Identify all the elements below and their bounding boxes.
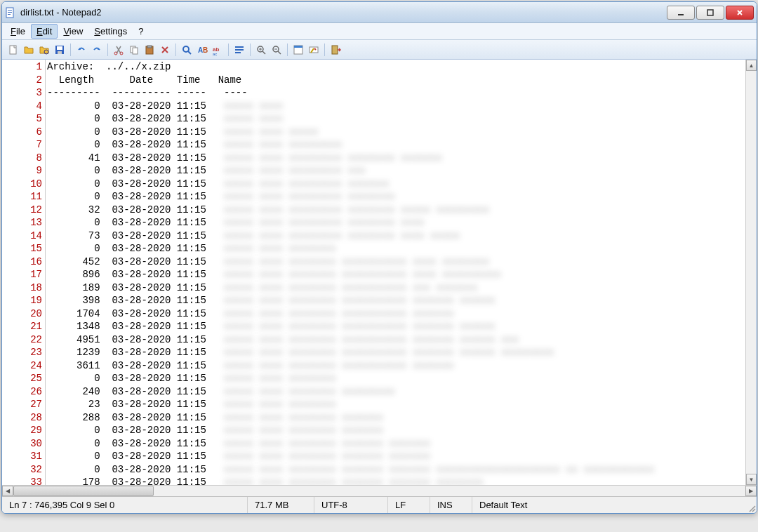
text-line[interactable]: 23 03-28-2020 11:15 xxxxx xxxx xxxxxxxx (47, 398, 745, 411)
line-number: 4 (2, 100, 42, 113)
findword-icon[interactable]: abac (211, 43, 225, 57)
filename-blurred: xxxxx xxxx xxxxxxxx xxxxxxx xxxxxxx (224, 437, 430, 451)
menu-view[interactable]: View (58, 24, 88, 39)
text-line[interactable]: 0 03-28-2020 11:15 xxxxx xxxx xxxxxxxx x… (47, 437, 745, 451)
schema-icon[interactable] (291, 43, 305, 57)
close-button[interactable] (726, 6, 754, 20)
menu-edit[interactable]: Edit (31, 24, 58, 39)
toolbar: AB abac (2, 40, 757, 60)
text-line[interactable]: 4951 03-28-2020 11:15 xxxxx xxxx xxxxxxx… (47, 333, 745, 347)
text-line[interactable]: 0 03-28-2020 11:15 xxxxx xxxx xxxxx (47, 126, 745, 139)
text-line[interactable]: Archive: ../../x.zip (47, 60, 745, 74)
minimize-button[interactable] (667, 6, 695, 20)
resize-grip-icon[interactable] (745, 502, 757, 513)
scroll-up-button[interactable]: ▲ (746, 60, 757, 71)
app-icon (5, 7, 16, 18)
line-number: 27 (2, 398, 42, 411)
text-line[interactable]: 0 03-28-2020 11:15 xxxxx xxxx xxxxxxxxx … (47, 190, 745, 204)
text-line[interactable]: 0 03-28-2020 11:15 xxxxx xxxx (47, 112, 745, 126)
line-number: 17 (2, 268, 42, 281)
new-file-icon[interactable] (6, 43, 20, 57)
menu-help[interactable]: ? (133, 24, 149, 39)
customize-icon[interactable] (307, 43, 321, 57)
filename-blurred: xxxxx xxxx xxxxxxxxx xxxxxxxx xxxx xxxxx (224, 230, 460, 243)
undo-icon[interactable] (74, 43, 88, 57)
text-line[interactable]: --------- ---------- ----- ---- (47, 86, 745, 100)
vertical-scrollbar[interactable]: ▲ ▼ (745, 60, 757, 485)
filename-blurred: xxxxx xxxx xxxxxxxx xxxxxxxxx (224, 385, 395, 399)
menu-settings[interactable]: Settings (88, 24, 133, 39)
text-line[interactable]: 0 03-28-2020 11:15 xxxxx xxxx xxxxxxxx (47, 242, 745, 255)
filename-blurred: xxxxx xxxx xxxxxxxx xxxxxxxxxxx xxxxxxx (224, 359, 454, 373)
text-line[interactable]: 1239 03-28-2020 11:15 xxxxx xxxx xxxxxxx… (47, 346, 745, 359)
cut-icon[interactable] (112, 43, 126, 57)
editor-area[interactable]: 1234567891011121314151617181920212223242… (2, 60, 757, 485)
text-content[interactable]: Archive: ../../x.zip Length Date Time Na… (46, 60, 745, 485)
svg-rect-22 (235, 46, 244, 48)
status-encoding[interactable]: UTF-8 (314, 497, 388, 513)
text-line[interactable]: 1348 03-28-2020 11:15 xxxxx xxxx xxxxxxx… (47, 320, 745, 333)
exit-icon[interactable] (328, 43, 343, 57)
browse-icon[interactable] (37, 43, 51, 57)
text-line[interactable]: 452 03-28-2020 11:15 xxxxx xxxx xxxxxxxx… (47, 255, 745, 269)
titlebar[interactable]: dirlist.txt - Notepad2 (2, 2, 757, 23)
text-line[interactable]: 0 03-28-2020 11:15 xxxxx xxxx (47, 100, 745, 113)
horizontal-scrollbar[interactable]: ◀ ▶ (2, 485, 757, 496)
delete-icon[interactable] (158, 43, 172, 57)
text-line[interactable]: 240 03-28-2020 11:15 xxxxx xxxx xxxxxxxx… (47, 385, 745, 399)
line-number: 26 (2, 385, 42, 399)
text-line[interactable]: 189 03-28-2020 11:15 xxxxx xxxx xxxxxxxx… (47, 281, 745, 295)
paste-icon[interactable] (142, 43, 157, 57)
text-line[interactable]: 0 03-28-2020 11:15 xxxxx xxxx xxxxxxxx (47, 372, 745, 385)
line-number: 13 (2, 216, 42, 230)
status-line-ending[interactable]: LF (388, 497, 430, 513)
text-line[interactable]: 3611 03-28-2020 11:15 xxxxx xxxx xxxxxxx… (47, 359, 745, 373)
text-line[interactable]: 0 03-28-2020 11:15 xxxxx xxxx xxxxxxxxx … (47, 178, 745, 191)
line-number: 9 (2, 164, 42, 178)
text-line[interactable]: Length Date Time Name (47, 74, 745, 87)
line-number: 31 (2, 450, 42, 463)
filename-blurred: xxxxx xxxx xxxxxxxx xxxxxxxxxxx xxxxxxx (224, 307, 454, 321)
text-line[interactable]: 32 03-28-2020 11:15 xxxxx xxxx xxxxxxxxx… (47, 204, 745, 217)
text-line[interactable]: 73 03-28-2020 11:15 xxxxx xxxx xxxxxxxxx… (47, 230, 745, 243)
wrap-icon[interactable] (232, 43, 246, 57)
zoom-in-icon[interactable] (254, 43, 268, 57)
hscroll-track[interactable] (13, 486, 745, 496)
window-title: dirlist.txt - Notepad2 (20, 7, 667, 18)
text-line[interactable]: 0 03-28-2020 11:15 xxxxx xxxx xxxxxxxxx … (47, 216, 745, 230)
text-line[interactable]: 398 03-28-2020 11:15 xxxxx xxxx xxxxxxxx… (47, 294, 745, 307)
scroll-down-button[interactable]: ▼ (746, 474, 757, 485)
status-insert-mode[interactable]: INS (430, 497, 472, 513)
save-icon[interactable] (53, 43, 67, 57)
text-line[interactable]: 41 03-28-2020 11:15 xxxxx xxxx xxxxxxxxx… (47, 152, 745, 165)
text-line[interactable]: 178 03-28-2020 11:15 xxxxx xxxx xxxxxxxx… (47, 476, 745, 485)
text-line[interactable]: 0 03-28-2020 11:15 xxxxx xxxx xxxxxxxx x… (47, 424, 745, 437)
vscroll-track[interactable] (746, 71, 757, 474)
open-file-icon[interactable] (22, 43, 36, 57)
line-number: 21 (2, 320, 42, 333)
text-line[interactable]: 0 03-28-2020 11:15 xxxxx xxxx xxxxxxxx x… (47, 463, 745, 477)
maximize-button[interactable] (696, 6, 724, 20)
find-icon[interactable] (180, 43, 194, 57)
menu-file[interactable]: File (5, 24, 31, 39)
line-number: 16 (2, 255, 42, 269)
filename-blurred: xxxxx xxxx xxxxxxxx xxxxxxx xxxxxxx xxxx… (224, 476, 484, 485)
text-line[interactable]: 0 03-28-2020 11:15 xxxxx xxxx xxxxxxxxx (47, 138, 745, 152)
filename-blurred: xxxxx xxxx xxxxxxxxx (224, 138, 342, 152)
svg-text:B: B (203, 46, 208, 54)
line-number: 1 (2, 60, 42, 74)
text-line[interactable]: 0 03-28-2020 11:15 xxxxx xxxx xxxxxxxx x… (47, 450, 745, 463)
text-line[interactable]: 1704 03-28-2020 11:15 xxxxx xxxx xxxxxxx… (47, 307, 745, 321)
replace-icon[interactable]: AB (195, 43, 209, 57)
scroll-left-button[interactable]: ◀ (2, 486, 13, 496)
status-position: Ln 7 : 746,395 Col 9 Sel 0 (2, 497, 248, 513)
text-line[interactable]: 0 03-28-2020 11:15 xxxxx xxxx xxxxxxxxx … (47, 164, 745, 178)
scroll-right-button[interactable]: ▶ (745, 486, 757, 496)
redo-icon[interactable] (90, 43, 104, 57)
copy-icon[interactable] (127, 43, 141, 57)
text-line[interactable]: 288 03-28-2020 11:15 xxxxx xxxx xxxxxxxx… (47, 411, 745, 425)
hscroll-thumb[interactable] (13, 486, 154, 496)
status-filetype[interactable]: Default Text (472, 497, 745, 513)
text-line[interactable]: 896 03-28-2020 11:15 xxxxx xxxx xxxxxxxx… (47, 268, 745, 281)
zoom-out-icon[interactable] (270, 43, 284, 57)
